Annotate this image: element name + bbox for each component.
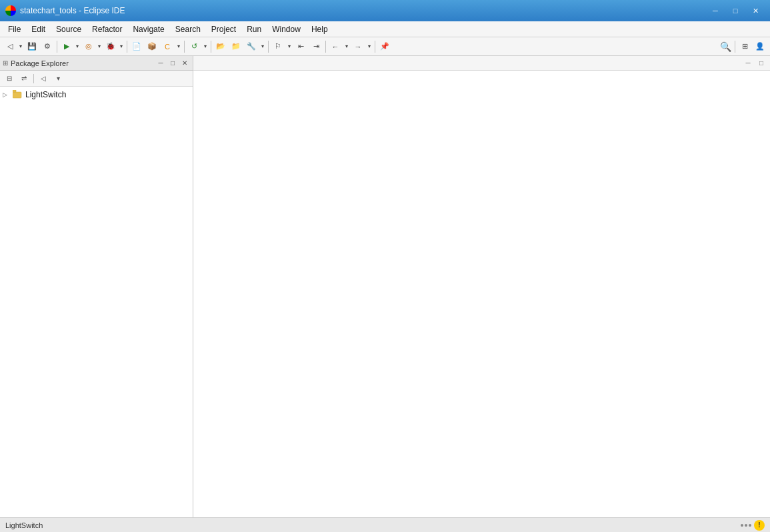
status-dot-1 xyxy=(741,524,743,527)
menu-file[interactable]: File xyxy=(3,21,26,37)
pe-collapse-all-button[interactable]: ⊟ xyxy=(3,73,16,85)
svg-marker-2 xyxy=(13,90,16,92)
pe-close-button[interactable]: ✕ xyxy=(179,58,190,69)
title-bar: statechart_tools - Eclipse IDE ─ □ ✕ xyxy=(0,0,770,21)
pe-toolbar: ⊟ ⇌ ◁ ▾ xyxy=(0,71,193,87)
pe-header-actions: ─ □ ✕ xyxy=(155,58,190,69)
separator-4 xyxy=(211,41,211,53)
toolbar-btn-anno[interactable]: 🔧 xyxy=(244,39,259,54)
coverage-button[interactable]: ◎ xyxy=(81,39,96,54)
window-controls: ─ □ ✕ xyxy=(706,4,765,17)
expand-icon: ▷ xyxy=(3,91,12,98)
toolbar-prev-edit[interactable]: ⇤ xyxy=(293,39,308,54)
coverage-group: ◎ ▾ xyxy=(81,39,103,54)
separator-1 xyxy=(57,41,57,53)
app-icon xyxy=(5,5,16,16)
toolbar-perspective[interactable]: ⊞ xyxy=(737,39,752,54)
back-history-dropdown[interactable]: ▾ xyxy=(343,39,350,54)
pe-toolbar-separator xyxy=(33,74,34,83)
editor-maximize-button[interactable]: □ xyxy=(755,58,767,69)
separator-2 xyxy=(127,41,127,53)
anno-dropdown[interactable]: ▾ xyxy=(259,39,266,54)
toolbar-group-1: ◁ ▾ xyxy=(3,39,24,54)
status-bar: LightSwitch ! xyxy=(0,517,770,532)
pe-header: ⊞ Package Explorer ─ □ ✕ xyxy=(0,56,193,71)
new-dropdown[interactable]: ▾ xyxy=(175,39,182,54)
menu-window[interactable]: Window xyxy=(267,21,306,37)
minimize-button[interactable]: ─ xyxy=(706,4,725,17)
save-button[interactable]: 💾 xyxy=(25,39,39,54)
toolbar-refresh[interactable]: ↺ xyxy=(187,39,201,54)
back-dropdown[interactable]: ▾ xyxy=(17,39,24,54)
menu-run[interactable]: Run xyxy=(241,21,267,37)
editor-content xyxy=(193,71,770,517)
menu-navigate[interactable]: Navigate xyxy=(127,21,169,37)
toolbar-open-type[interactable]: 📂 xyxy=(213,39,228,54)
forward-history-dropdown[interactable]: ▾ xyxy=(366,39,373,54)
menu-edit[interactable]: Edit xyxy=(26,21,51,37)
pe-content: ▷ LightSwitch xyxy=(0,87,193,517)
pe-minimize-button[interactable]: ─ xyxy=(155,58,166,69)
menu-refactor[interactable]: Refactor xyxy=(87,21,127,37)
window-title: statechart_tools - Eclipse IDE xyxy=(20,6,706,15)
editor-toolbar: ─ □ xyxy=(193,56,770,71)
separator-8 xyxy=(735,41,735,53)
separator-6 xyxy=(325,41,326,53)
toolbar-search-button[interactable]: 🔍 xyxy=(718,39,733,54)
debug-button[interactable]: 🐞 xyxy=(103,39,118,54)
project-icon xyxy=(12,89,23,100)
menu-help[interactable]: Help xyxy=(306,21,333,37)
status-right: ! xyxy=(741,520,765,531)
menu-search[interactable]: Search xyxy=(170,21,206,37)
close-button[interactable]: ✕ xyxy=(746,4,765,17)
coverage-dropdown[interactable]: ▾ xyxy=(96,39,103,54)
run-group: ▶ ▾ xyxy=(59,39,81,54)
toolbar: ◁ ▾ 💾 ⚙ ▶ ▾ ◎ ▾ 🐞 ▾ 📄 📦 C ▾ ↺ ▾ 📂 📁 🔧 ▾ … xyxy=(0,37,770,56)
menu-source[interactable]: Source xyxy=(51,21,87,37)
status-text: LightSwitch xyxy=(5,521,741,529)
back-button[interactable]: ◁ xyxy=(3,39,17,54)
toolbar-btn-pkg[interactable]: 📦 xyxy=(145,39,159,54)
pe-back-button[interactable]: ◁ xyxy=(37,73,50,85)
search-next-dropdown[interactable]: ▾ xyxy=(286,39,293,54)
maximize-button[interactable]: □ xyxy=(726,4,745,17)
toolbar-forward-history[interactable]: → xyxy=(351,39,365,54)
svg-rect-0 xyxy=(13,92,21,98)
debug-dropdown[interactable]: ▾ xyxy=(118,39,125,54)
status-dots xyxy=(741,524,751,527)
menu-bar: File Edit Source Refactor Navigate Searc… xyxy=(0,21,770,37)
separator-7 xyxy=(375,41,375,53)
toolbar-next-edit[interactable]: ⇥ xyxy=(309,39,323,54)
status-dot-3 xyxy=(749,524,751,527)
status-dot-2 xyxy=(745,524,747,527)
pe-icon: ⊞ xyxy=(3,59,8,67)
toolbar-search-next[interactable]: ⚐ xyxy=(271,39,285,54)
toolbar-btn-3[interactable]: ⚙ xyxy=(40,39,55,54)
toolbar-pin[interactable]: 📌 xyxy=(377,39,392,54)
package-explorer-panel: ⊞ Package Explorer ─ □ ✕ ⊟ ⇌ ◁ ▾ ▷ xyxy=(0,56,193,517)
pe-view-menu-button[interactable]: ▾ xyxy=(51,73,65,85)
pe-link-with-editor-button[interactable]: ⇌ xyxy=(17,73,31,85)
run-dropdown[interactable]: ▾ xyxy=(74,39,81,54)
pe-maximize-button[interactable]: □ xyxy=(167,58,178,69)
separator-3 xyxy=(184,41,185,53)
toolbar-btn-class[interactable]: C xyxy=(160,39,175,54)
new-java-button[interactable]: 📄 xyxy=(129,39,144,54)
toolbar-open-resource[interactable]: 📁 xyxy=(229,39,243,54)
toolbar-back-history[interactable]: ← xyxy=(328,39,343,54)
status-indicator: ! xyxy=(754,520,765,531)
tree-item-lightswitch[interactable]: ▷ LightSwitch xyxy=(0,88,193,101)
toolbar-open-perspective[interactable]: 👤 xyxy=(753,39,767,54)
refresh-dropdown[interactable]: ▾ xyxy=(202,39,209,54)
editor-area: ─ □ xyxy=(193,56,770,517)
pe-title: Package Explorer xyxy=(11,59,155,67)
menu-project[interactable]: Project xyxy=(206,21,241,37)
debug-group: 🐞 ▾ xyxy=(103,39,125,54)
separator-5 xyxy=(268,41,269,53)
editor-minimize-button[interactable]: ─ xyxy=(742,58,754,69)
main-area: ⊞ Package Explorer ─ □ ✕ ⊟ ⇌ ◁ ▾ ▷ xyxy=(0,56,770,517)
project-label: LightSwitch xyxy=(25,90,66,99)
run-button[interactable]: ▶ xyxy=(59,39,74,54)
